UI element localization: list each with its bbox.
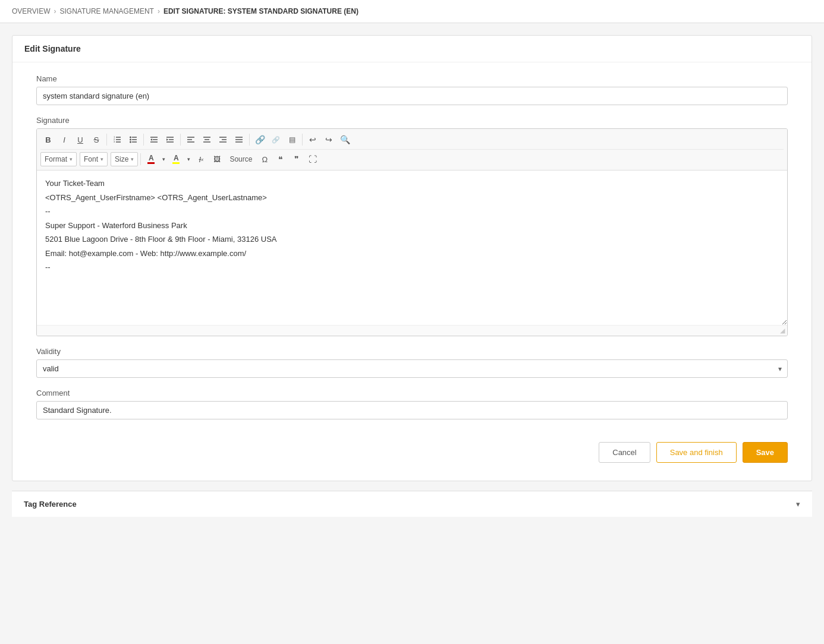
bg-color-button[interactable]: A [168,152,184,166]
validity-field-group: Validity valid invalid ▾ [36,347,788,378]
format-arrow-icon: ▾ [70,156,73,162]
svg-marker-19 [166,138,168,141]
editor-line-1: Your Ticket-Team [45,178,779,190]
editor-line-4: Super Support - Waterford Business Park [45,220,779,232]
fullscreen-button[interactable]: ⛶ [305,152,320,166]
unordered-list-button[interactable] [125,132,141,147]
breadcrumb-current: EDIT SIGNATURE: SYSTEM STANDARD SIGNATUR… [163,7,358,15]
toolbar-separator-2 [143,134,144,146]
special-chars-button[interactable]: Ω [257,152,272,166]
unlink-button[interactable]: 🔗 [268,132,284,147]
bg-color-dropdown[interactable]: ▾ [184,152,193,166]
editor-content-area[interactable]: Your Ticket-Team <OTRS_Agent_UserFirstna… [37,171,787,325]
comment-label: Comment [36,389,788,397]
tag-reference-section[interactable]: Tag Reference ▾ [12,491,812,517]
bold-button[interactable]: B [40,132,56,147]
italic-button[interactable]: I [56,132,72,147]
toolbar-separator-1 [106,134,107,146]
breadcrumb-separator-2: › [158,7,160,15]
font-dropdown[interactable]: Font ▾ [80,152,108,166]
size-label: Size [115,155,128,163]
blockquote-close-button[interactable]: ❞ [289,152,304,166]
toolbar-row-2: Format ▾ Font ▾ Size ▾ [40,149,784,168]
name-label: Name [36,74,788,83]
cancel-button[interactable]: Cancel [599,442,650,463]
button-row: Cancel Save and finish Save [36,430,788,469]
undo-button[interactable]: ↩ [305,132,320,147]
indent-increase-button[interactable] [162,132,178,147]
comment-input[interactable] [36,401,788,419]
editor-line-3: -- [45,206,779,217]
breadcrumb: OVERVIEW › SIGNATURE MANAGEMENT › EDIT S… [0,0,824,23]
page-title: Edit Signature [12,36,812,62]
svg-point-10 [130,139,131,141]
blockquote-open-button[interactable]: ❝ [273,152,288,166]
source-button[interactable]: Source [225,152,256,166]
signature-field-group: Signature B I U S 123 [36,116,788,336]
name-field-group: Name [36,74,788,105]
signature-editor: B I U S 123 [36,128,788,336]
tag-reference-arrow-icon: ▾ [796,500,800,509]
comment-field-group: Comment [36,389,788,419]
font-color-button[interactable]: A [143,152,159,166]
format-label: Format [45,155,67,163]
remove-format-button[interactable]: Ix [193,152,209,166]
breadcrumb-signature-mgmt[interactable]: SIGNATURE MANAGEMENT [59,7,153,15]
svg-text:3: 3 [114,140,115,143]
font-arrow-icon: ▾ [100,156,103,162]
save-button[interactable]: Save [743,442,788,463]
name-input[interactable] [36,87,788,105]
size-arrow-icon: ▾ [131,156,134,162]
tag-reference-title: Tag Reference [24,500,77,509]
align-center-button[interactable] [199,132,215,147]
format-dropdown[interactable]: Format ▾ [40,152,77,166]
validity-select[interactable]: valid invalid [36,359,788,378]
breadcrumb-overview[interactable]: OVERVIEW [12,7,50,15]
svg-point-11 [130,141,131,143]
svg-marker-15 [150,138,152,141]
editor-toolbar: B I U S 123 [37,129,787,171]
toolbar-separator-5 [302,134,303,146]
indent-decrease-button[interactable] [146,132,162,147]
redo-button[interactable]: ↪ [321,132,336,147]
font-color-dropdown[interactable]: ▾ [159,152,168,166]
search-button[interactable]: 🔍 [337,132,353,147]
toolbar-separator-4 [249,134,250,146]
image-button[interactable]: 🖼 [209,152,225,166]
size-dropdown[interactable]: Size ▾ [111,152,138,166]
bg-color-indicator [172,162,180,164]
validity-label: Validity [36,347,788,356]
save-finish-button[interactable]: Save and finish [656,442,737,463]
svg-point-9 [130,137,131,138]
font-color-indicator [147,162,155,164]
editor-resize-handle[interactable]: ◢ [37,325,787,336]
breadcrumb-separator-1: › [54,7,56,15]
strikethrough-button[interactable]: S [89,132,104,147]
signature-label: Signature [36,116,788,125]
font-label: Font [84,155,98,163]
editor-line-7: -- [45,261,779,273]
align-right-button[interactable] [215,132,231,147]
editor-line-6: Email: hot@example.com - Web: http://www… [45,248,779,260]
underline-button[interactable]: U [73,132,88,147]
justify-button[interactable] [231,132,247,147]
toolbar-row-1: B I U S 123 [40,131,784,148]
ordered-list-button[interactable]: 123 [109,132,125,147]
toolbar-separator-3 [180,134,181,146]
link-button[interactable]: 🔗 [252,132,268,147]
validity-select-wrapper: valid invalid ▾ [36,359,788,378]
editor-line-2: <OTRS_Agent_UserFirstname> <OTRS_Agent_U… [45,192,779,204]
align-left-button[interactable] [183,132,199,147]
editor-line-5: 5201 Blue Lagoon Drive - 8th Floor & 9th… [45,233,779,245]
block-button[interactable]: ▤ [284,132,300,147]
toolbar-separator-6 [140,153,141,165]
